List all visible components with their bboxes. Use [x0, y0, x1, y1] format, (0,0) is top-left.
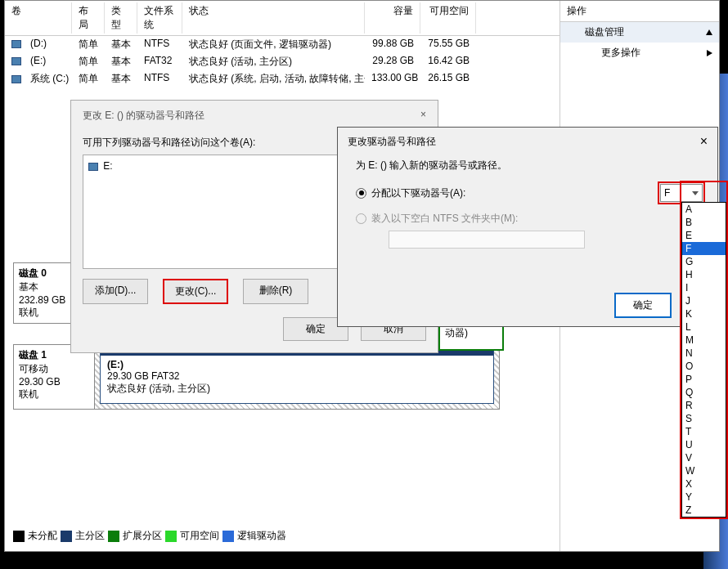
- dropdown-item[interactable]: H: [682, 268, 726, 281]
- dropdown-item[interactable]: V: [682, 451, 726, 464]
- dropdown-item[interactable]: F: [682, 242, 726, 255]
- dropdown-item[interactable]: P: [682, 373, 726, 386]
- col-volume[interactable]: 卷: [5, 2, 72, 34]
- disk-name: 磁盘 0: [19, 267, 47, 279]
- dropdown-item[interactable]: E: [682, 229, 726, 242]
- close-icon[interactable]: ×: [420, 109, 426, 123]
- col-fs[interactable]: 文件系统: [137, 2, 182, 34]
- disk-panel-1[interactable]: 磁盘 1 可移动 29.30 GB 联机 (E:) 29.30 GB FAT32…: [13, 344, 500, 410]
- dropdown-item[interactable]: J: [682, 294, 726, 307]
- dialog-description: 为 E: () 输入新的驱动器号或路径。: [338, 155, 717, 179]
- dropdown-item[interactable]: W: [682, 464, 726, 477]
- partition-e[interactable]: (E:) 29.30 GB FAT32 状态良好 (活动, 主分区): [100, 350, 494, 404]
- dropdown-item[interactable]: X: [682, 477, 726, 491]
- folder-path-input: [389, 231, 585, 249]
- col-status[interactable]: 状态: [182, 2, 365, 34]
- col-free[interactable]: 可用空间: [420, 2, 476, 34]
- dropdown-item[interactable]: B: [682, 216, 726, 229]
- dropdown-item[interactable]: R: [682, 399, 726, 412]
- dropdown-item[interactable]: L: [682, 320, 726, 334]
- drive-letter-dropdown[interactable]: ABEFGHIJKLMNOPQRSTUVWXYZ: [681, 202, 726, 517]
- chevron-right-icon: [707, 50, 712, 56]
- dropdown-item[interactable]: M: [682, 334, 726, 347]
- dropdown-item[interactable]: I: [682, 281, 726, 294]
- add-button[interactable]: 添加(D)...: [83, 279, 148, 304]
- radio-mount-folder[interactable]: [356, 213, 366, 224]
- dropdown-item[interactable]: T: [682, 425, 726, 438]
- dropdown-item[interactable]: N: [682, 347, 726, 360]
- chevron-up-icon: [706, 29, 712, 35]
- drive-icon: [11, 57, 21, 65]
- legend: 未分配 主分区 扩展分区 可用空间 逻辑驱动器: [13, 529, 286, 543]
- dropdown-item[interactable]: Z: [682, 504, 726, 517]
- close-icon[interactable]: ×: [700, 134, 708, 149]
- actions-more[interactable]: 更多操作: [560, 43, 719, 63]
- col-capacity[interactable]: 容量: [365, 2, 420, 34]
- dropdown-item[interactable]: S: [682, 412, 726, 425]
- drive-icon: [11, 40, 21, 48]
- actions-header: 操作: [560, 1, 719, 22]
- dropdown-item[interactable]: U: [682, 438, 726, 451]
- dropdown-item[interactable]: K: [682, 307, 726, 320]
- dropdown-item[interactable]: O: [682, 360, 726, 373]
- dropdown-item[interactable]: A: [682, 203, 726, 216]
- dialog-title: 更改驱动器号和路径: [348, 135, 436, 149]
- dropdown-item[interactable]: Q: [682, 386, 726, 399]
- drive-icon: [11, 75, 21, 83]
- actions-disk-management[interactable]: 磁盘管理: [560, 22, 719, 43]
- dropdown-item[interactable]: G: [682, 255, 726, 268]
- radio-assign-letter[interactable]: [356, 188, 366, 199]
- disk-name: 磁盘 1: [19, 349, 47, 361]
- col-layout[interactable]: 布局: [72, 2, 105, 34]
- ok-button[interactable]: 确定: [614, 293, 672, 318]
- dialog-title: 更改 E: () 的驱动器号和路径: [83, 109, 204, 123]
- drive-icon: [88, 163, 98, 171]
- dialog-change-letter: 更改驱动器号和路径 × 为 E: () 输入新的驱动器号或路径。 分配以下驱动器…: [337, 127, 718, 327]
- change-button[interactable]: 更改(C)...: [163, 279, 228, 304]
- remove-button[interactable]: 删除(R): [243, 279, 308, 304]
- dropdown-item[interactable]: Y: [682, 491, 726, 504]
- col-type[interactable]: 类型: [105, 2, 137, 34]
